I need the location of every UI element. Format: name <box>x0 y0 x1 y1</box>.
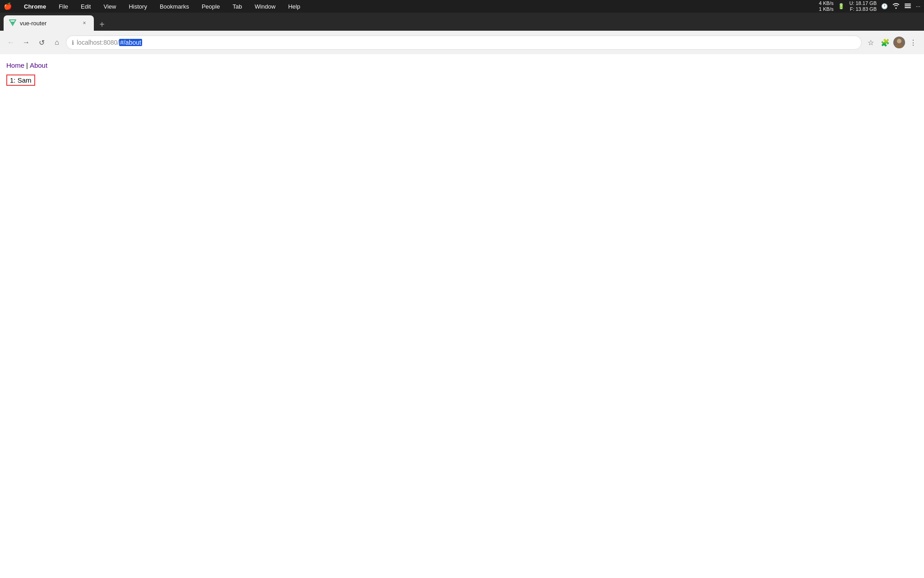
info-icon: ℹ <box>72 39 74 46</box>
svg-rect-2 <box>905 7 911 8</box>
forward-button[interactable]: → <box>20 36 32 49</box>
controls-icon <box>904 3 911 10</box>
page-content: Home | About 1: Sam <box>0 54 924 578</box>
menu-window[interactable]: Window <box>252 2 278 11</box>
about-link[interactable]: About <box>30 61 47 69</box>
network-stats: 4 KB/s1 KB/s <box>819 0 833 12</box>
tab-bar: vue-router × + <box>0 13 924 31</box>
menu-chrome[interactable]: Chrome <box>21 2 49 11</box>
user-badge: 1: Sam <box>6 75 35 86</box>
profile-button[interactable] <box>893 37 905 48</box>
menu-button[interactable]: ⋮ <box>907 36 919 49</box>
address-bar-actions: ☆ 🧩 ⋮ <box>864 36 919 49</box>
disk-stats: U: 18.17 GBF: 13.83 GB <box>849 0 877 12</box>
address-bar[interactable]: ℹ localhost:8080/#/about <box>66 35 862 50</box>
nav-links: Home | About <box>6 61 918 69</box>
tab-favicon <box>9 19 16 27</box>
menu-tab[interactable]: Tab <box>230 2 245 11</box>
menu-bookmarks[interactable]: Bookmarks <box>157 2 192 11</box>
address-text: localhost:8080/#/about <box>77 39 856 46</box>
menu-people[interactable]: People <box>199 2 222 11</box>
apple-menu[interactable]: 🍎 <box>4 2 12 10</box>
nav-separator: | <box>26 61 28 69</box>
new-tab-button[interactable]: + <box>96 18 108 31</box>
more-icon: ··· <box>916 3 920 9</box>
menu-bar: 🍎 Chrome File Edit View History Bookmark… <box>0 0 924 13</box>
back-button[interactable]: ← <box>5 36 17 49</box>
wifi-icon <box>892 3 900 10</box>
menu-edit[interactable]: Edit <box>78 2 93 11</box>
menu-file[interactable]: File <box>56 2 71 11</box>
extensions-button[interactable]: 🧩 <box>879 36 892 49</box>
clock-icon: 🕐 <box>881 3 888 9</box>
active-tab[interactable]: vue-router × <box>4 15 94 31</box>
svg-rect-0 <box>905 4 911 5</box>
battery-indicator: 🔋 <box>838 3 845 9</box>
address-bar-row: ← → ↺ ⌂ ℹ localhost:8080/#/about ☆ 🧩 ⋮ <box>0 31 924 54</box>
chrome-window: vue-router × + ← → ↺ ⌂ ℹ localhost:8080/… <box>0 13 924 578</box>
reload-button[interactable]: ↺ <box>35 36 48 49</box>
menu-help[interactable]: Help <box>286 2 303 11</box>
bookmark-button[interactable]: ☆ <box>864 36 877 49</box>
svg-rect-1 <box>905 5 911 6</box>
tab-title: vue-router <box>20 20 77 27</box>
menu-view[interactable]: View <box>101 2 119 11</box>
menu-history[interactable]: History <box>126 2 149 11</box>
home-link[interactable]: Home <box>6 61 24 69</box>
url-path-highlighted: #/about <box>119 39 142 46</box>
menu-bar-right: 4 KB/s1 KB/s 🔋 U: 18.17 GBF: 13.83 GB 🕐 … <box>819 0 920 12</box>
home-button[interactable]: ⌂ <box>51 36 63 49</box>
url-base: localhost:8080/ <box>77 39 119 46</box>
svg-point-6 <box>897 39 901 43</box>
tab-close-button[interactable]: × <box>80 19 88 27</box>
